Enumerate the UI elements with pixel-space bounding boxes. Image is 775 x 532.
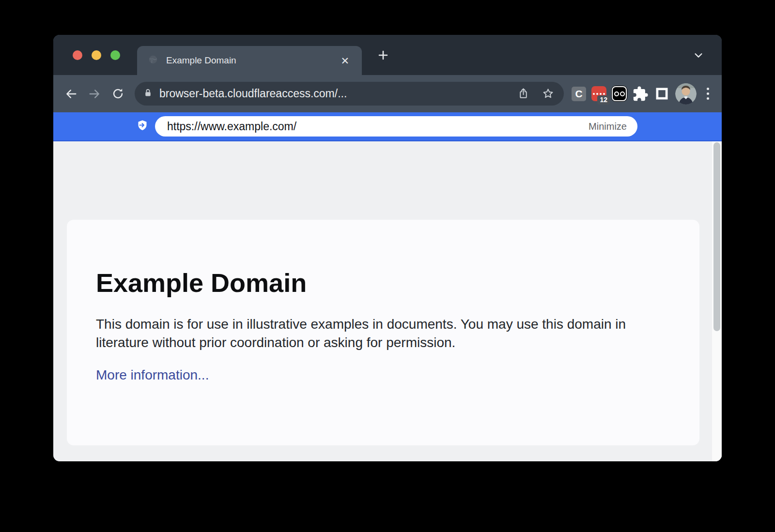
browser-menu-icon[interactable] xyxy=(702,85,714,103)
address-bar[interactable]: browser-beta.cloudflareaccess.com/... xyxy=(135,82,564,106)
isolation-bar: Minimize xyxy=(53,112,722,141)
address-bar-url[interactable]: browser-beta.cloudflareaccess.com/... xyxy=(159,87,505,100)
tab-strip: Example Domain ✕ xyxy=(53,35,722,75)
back-button[interactable] xyxy=(61,84,81,104)
more-information-link[interactable]: More information... xyxy=(96,367,209,383)
share-icon[interactable] xyxy=(517,88,529,100)
zoom-window-button[interactable] xyxy=(110,50,120,60)
shield-arrow-icon xyxy=(137,120,148,133)
close-window-button[interactable] xyxy=(73,50,82,60)
side-panel-icon[interactable] xyxy=(654,86,670,102)
window-controls xyxy=(53,50,120,60)
globe-favicon-icon xyxy=(148,54,158,67)
extensions-area: C 12 xyxy=(572,83,714,105)
extension-c-icon[interactable]: C xyxy=(572,87,586,101)
content-card: Example Domain This domain is for use in… xyxy=(67,220,699,445)
tab-example-domain[interactable]: Example Domain ✕ xyxy=(137,46,362,75)
scrollbar-track[interactable] xyxy=(712,141,722,461)
extension-red-dots-icon[interactable]: 12 xyxy=(591,86,606,101)
page-title: Example Domain xyxy=(96,267,670,299)
extension-dark-circles-icon[interactable] xyxy=(612,86,627,101)
browser-toolbar: browser-beta.cloudflareaccess.com/... C … xyxy=(53,75,722,112)
bookmark-star-icon[interactable] xyxy=(542,88,554,100)
lock-icon[interactable] xyxy=(143,88,153,100)
isolation-url-input[interactable] xyxy=(155,120,589,133)
profile-avatar[interactable] xyxy=(675,83,697,105)
reload-button[interactable] xyxy=(108,84,128,104)
forward-button[interactable] xyxy=(84,84,105,104)
isolation-url-field: Minimize xyxy=(155,116,637,137)
tab-title: Example Domain xyxy=(166,55,337,66)
browser-window: Example Domain ✕ xyxy=(53,35,722,461)
new-tab-button[interactable] xyxy=(374,46,392,64)
page-viewport: Example Domain This domain is for use in… xyxy=(53,141,722,461)
extension-badge: 12 xyxy=(597,95,610,105)
tab-close-icon[interactable]: ✕ xyxy=(337,54,353,68)
minimize-window-button[interactable] xyxy=(92,50,101,60)
extensions-puzzle-icon[interactable] xyxy=(632,86,649,102)
page-body-text: This domain is for use in illustrative e… xyxy=(96,315,655,352)
scrollbar-thumb[interactable] xyxy=(713,142,720,331)
tab-search-chevron-icon[interactable] xyxy=(690,46,707,64)
minimize-bar-button[interactable]: Minimize xyxy=(589,121,627,132)
